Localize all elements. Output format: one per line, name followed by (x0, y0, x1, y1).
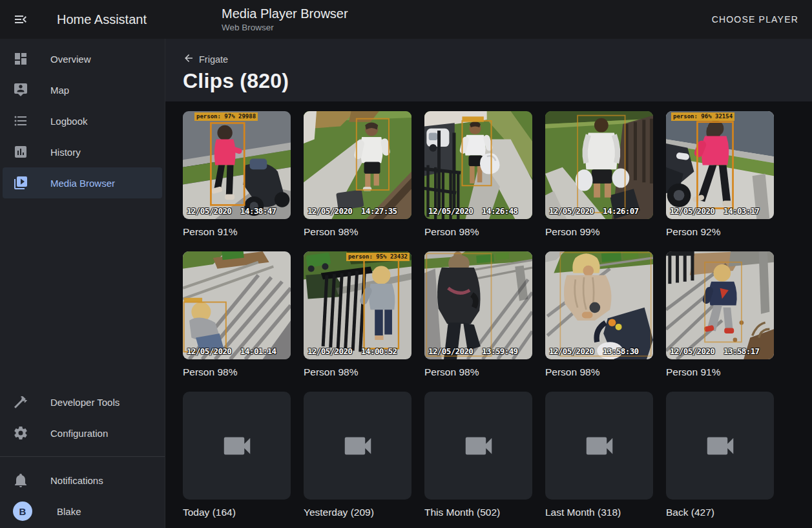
arrow-left-icon (183, 52, 194, 64)
clip-thumbnail: 12/05/2020 14:01:14 (183, 251, 291, 359)
bell-icon (13, 472, 28, 488)
folder-label: Back (427) (666, 507, 774, 518)
folder-label: Last Month (318) (545, 507, 653, 518)
folder-thumbnail (183, 392, 291, 500)
clip-caption: Person 92% (666, 226, 774, 238)
sidebar-item-media-browser[interactable]: Media Browser (3, 167, 162, 198)
choose-player-button[interactable]: CHOOSE PLAYER (712, 14, 798, 25)
breadcrumb-label: Frigate (199, 54, 228, 65)
sidebar-item-label: Map (50, 85, 69, 96)
clip-caption: Person 98% (304, 366, 411, 378)
folder-thumbnail (424, 392, 532, 500)
video-icon (703, 428, 738, 463)
sidebar-item-label: Overview (50, 54, 91, 65)
clip-card[interactable]: 12/05/2020 13:59:49Person 98% (424, 251, 532, 378)
avatar: B (13, 502, 32, 521)
panel-title: Media Player Browser (222, 6, 348, 21)
clip-card[interactable]: 12/05/2020 14:26:48Person 98% (424, 111, 532, 238)
page-title: Clips (820) (183, 69, 812, 93)
sidebar-item-developer-tools[interactable]: Developer Tools (3, 386, 162, 417)
clip-card[interactable]: person: 95% 2343212/05/2020 14:00:52Pers… (304, 251, 411, 378)
clip-card[interactable]: 12/05/2020 14:26:07Person 99% (545, 111, 653, 238)
sidebar-footer-list: Developer ToolsConfiguration (0, 386, 165, 449)
clips-grid: person: 97% 2998812/05/2020 14:38:47Pers… (183, 111, 812, 518)
clip-caption: Person 98% (424, 366, 532, 378)
clip-card[interactable]: person: 97% 2998812/05/2020 14:38:47Pers… (183, 111, 291, 238)
video-icon (220, 428, 255, 463)
folder-card[interactable]: Back (427) (666, 392, 774, 518)
sidebar-toggle-button[interactable] (13, 12, 28, 27)
gear-icon-wrap (13, 425, 28, 441)
back-arrow-icon (183, 52, 194, 66)
history-chart-icon (13, 144, 28, 160)
folder-label: Yesterday (209) (304, 507, 411, 518)
clip-card[interactable]: 12/05/2020 14:01:14Person 98% (183, 251, 291, 378)
folder-card[interactable]: Last Month (318) (545, 392, 653, 518)
sidebar-item-label: Developer Tools (50, 397, 120, 408)
gear-icon (13, 425, 28, 441)
menu-open-icon (13, 12, 28, 27)
video-icon (582, 428, 617, 463)
panel-subtitle: Web Browser (222, 22, 348, 33)
folder-card[interactable]: This Month (502) (424, 392, 532, 518)
detection-box-label: person: 97% 29988 (194, 112, 258, 121)
clip-timestamp-overlay: 12/05/2020 14:00:52 (307, 346, 397, 356)
clip-timestamp-overlay: 12/05/2020 14:01:14 (187, 346, 276, 356)
logbook-list-icon (13, 113, 28, 129)
sidebar-item-overview[interactable]: Overview (3, 43, 162, 74)
sidebar-item-history[interactable]: History (3, 136, 162, 167)
video-icon (461, 428, 496, 463)
folder-thumbnail (304, 392, 411, 500)
app-title: Home Assistant (57, 12, 147, 27)
sidebar-item-label: Media Browser (50, 178, 115, 189)
sidebar-item-map[interactable]: Map (3, 74, 162, 105)
sidebar-item-label: History (50, 147, 81, 158)
map-tooltip-icon (13, 82, 28, 98)
clip-timestamp-overlay: 12/05/2020 13:58:30 (549, 346, 639, 356)
clip-timestamp-overlay: 12/05/2020 14:03:17 (670, 206, 760, 216)
media-browser-header: Frigate Clips (820) (165, 39, 812, 101)
clip-thumbnail: 12/05/2020 13:59:49 (424, 251, 532, 359)
folder-card[interactable]: Yesterday (209) (304, 392, 411, 518)
notifications-label: Notifications (50, 475, 103, 486)
folder-label: This Month (502) (424, 507, 532, 518)
clip-caption: Person 98% (183, 366, 291, 378)
clip-card[interactable]: person: 96% 3215412/05/2020 14:03:17Pers… (666, 111, 774, 238)
video-icon (340, 428, 375, 463)
app-header: Home Assistant Media Player Browser Web … (0, 0, 812, 39)
breadcrumb-back-link[interactable]: Frigate (183, 52, 228, 66)
media-browser-panel: Frigate Clips (820) person: 97% 2998812/… (165, 39, 812, 528)
sidebar-divider (0, 456, 165, 457)
sidebar-item-configuration[interactable]: Configuration (3, 417, 162, 449)
sidebar-item-notifications[interactable]: Notifications (3, 465, 162, 496)
sidebar-bottom: Developer ToolsConfiguration Notificatio… (0, 386, 165, 528)
clip-caption: Person 91% (666, 366, 774, 378)
folder-thumbnail (666, 392, 774, 500)
clip-timestamp-overlay: 12/05/2020 14:27:35 (307, 206, 397, 216)
sidebar-item-label: Logbook (50, 116, 88, 127)
folder-thumbnail (545, 392, 653, 500)
clip-timestamp-overlay: 12/05/2020 13:58:17 (670, 346, 760, 356)
clip-thumbnail: 12/05/2020 13:58:17 (666, 251, 774, 359)
clip-card[interactable]: 12/05/2020 13:58:30Person 98% (545, 251, 653, 378)
clip-card[interactable]: 12/05/2020 14:27:35Person 98% (304, 111, 411, 238)
dashboard-icon-wrap (13, 51, 28, 67)
user-name: Blake (57, 506, 81, 517)
clip-timestamp-overlay: 12/05/2020 14:26:07 (549, 206, 639, 216)
clip-card[interactable]: 12/05/2020 13:58:17Person 91% (666, 251, 774, 378)
sidebar: OverviewMapLogbookHistoryMedia Browser D… (0, 39, 165, 528)
hammer-icon (13, 394, 28, 410)
sidebar-profile[interactable]: B Blake (3, 496, 162, 527)
logbook-list-icon-wrap (13, 113, 28, 129)
hammer-icon-wrap (13, 394, 28, 410)
media-browser-content: person: 97% 2998812/05/2020 14:38:47Pers… (165, 101, 812, 518)
media-browser-icon (13, 175, 28, 191)
app-header-main: Media Player Browser Web Browser CHOOSE … (165, 6, 812, 33)
sidebar-item-logbook[interactable]: Logbook (3, 105, 162, 136)
clip-thumbnail: 12/05/2020 14:26:07 (545, 111, 653, 219)
home-assistant-app: Home Assistant Media Player Browser Web … (0, 0, 812, 528)
folder-card[interactable]: Today (164) (183, 392, 291, 518)
sidebar-main-list: OverviewMapLogbookHistoryMedia Browser (0, 39, 165, 198)
folder-label: Today (164) (183, 507, 291, 518)
clip-timestamp-overlay: 12/05/2020 14:38:47 (187, 206, 276, 216)
